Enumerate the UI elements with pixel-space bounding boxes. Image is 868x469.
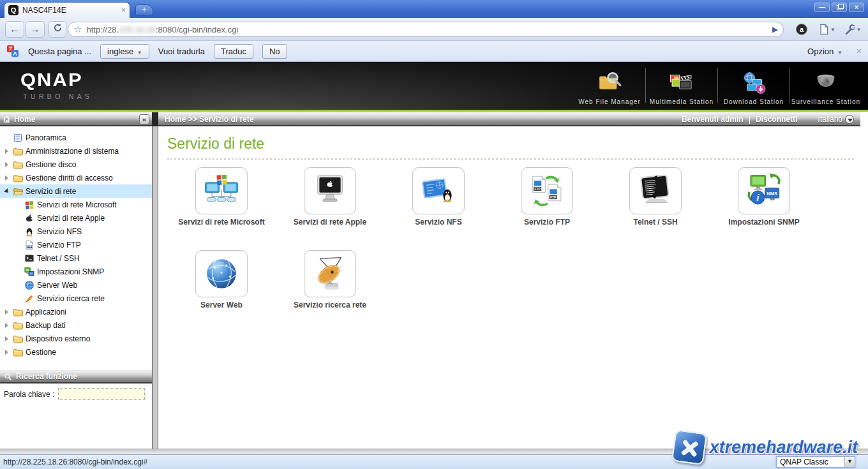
page-menu-button[interactable]: ▼	[817, 22, 837, 36]
expand-icon[interactable]	[4, 322, 10, 329]
expand-icon[interactable]	[4, 175, 10, 181]
reload-button[interactable]	[49, 21, 66, 38]
tree-item-gestione-diritti-di-accesso[interactable]: Gestione diritti di accesso	[0, 171, 152, 184]
xtremehardware-watermark[interactable]: xtremehardware.it	[673, 431, 858, 463]
browser-toolbar: ← → ☆ http://28.225.18.26:8080/cgi-bin/i…	[0, 18, 868, 41]
translate-icon: A	[6, 45, 19, 57]
tree-item-servizio-ftp[interactable]: Servizio FTP	[0, 238, 152, 251]
language-dropdown[interactable]: inglese ▼	[100, 44, 149, 59]
folder-icon	[13, 320, 23, 331]
tree-item-servizi-di-rete-apple[interactable]: Servizi di rete Apple	[0, 211, 152, 225]
tree-item-servizio-ricerca-rete[interactable]: Servizio ricerca rete	[0, 292, 152, 305]
ftp-icon: FTP FTP	[521, 167, 573, 214]
tree-item-panoramica[interactable]: Panoramica	[0, 131, 152, 144]
app-server-web[interactable]: Server Web	[167, 250, 276, 309]
folder-icon	[13, 334, 23, 344]
collapse-icon[interactable]	[4, 188, 10, 195]
expand-icon[interactable]	[4, 336, 10, 342]
chevron-down-icon: ▼	[837, 50, 842, 56]
tree-item-amministrazione-di-sistema[interactable]: Amministrazione di sistema	[0, 144, 152, 158]
tree-item-impostazioni-snmp[interactable]: Impostazioni SNMP	[0, 265, 152, 278]
globe-icon	[24, 280, 34, 290]
app-grid-row-1: Servizi di rete Microsoft Servizi di ret…	[167, 167, 818, 227]
search-keyword-row: Parola chiave :	[0, 388, 152, 400]
expand-icon[interactable]	[4, 349, 10, 355]
app-servizi-di-rete-microsoft[interactable]: Servizi di rete Microsoft	[167, 167, 276, 227]
tree-item-dispositivo-esterno[interactable]: Dispositivo esterno	[0, 332, 152, 345]
window-close-button[interactable]: ×	[849, 3, 864, 12]
keyword-label: Parola chiave :	[4, 390, 54, 399]
app-servizi-di-rete-apple[interactable]: Servizi di rete Apple	[276, 167, 384, 227]
surveillance-station-shortcut[interactable]: Surveillance Station	[790, 64, 862, 107]
translate-prompt: Vuoi tradurla	[158, 47, 205, 56]
logout-link[interactable]: Disconnetti	[756, 115, 797, 124]
sidebar-collapse-button[interactable]: «	[139, 114, 149, 124]
address-bar[interactable]: ☆ http://28.225.18.26:8080/cgi-bin/index…	[68, 22, 784, 37]
browser-tab[interactable]: Q NASC4F14E ×	[4, 2, 130, 18]
svg-text:FTP: FTP	[550, 196, 557, 199]
app-servizio-nfs[interactable]: Servizio NFS	[384, 167, 493, 227]
tree-item-server-web[interactable]: Server Web	[0, 278, 152, 292]
web-file-manager-shortcut[interactable]: Web File Manager	[574, 64, 645, 107]
bookmark-star-icon[interactable]: ☆	[73, 22, 82, 36]
overview-icon	[13, 133, 23, 143]
new-tab-button[interactable]: +	[135, 4, 153, 15]
tab-close-icon[interactable]: ×	[121, 6, 126, 15]
panel-splitter[interactable]	[152, 126, 158, 449]
expand-icon[interactable]	[4, 161, 10, 168]
multimedia-station-shortcut[interactable]: Multimedia Station	[646, 64, 717, 107]
translate-message: Questa pagina ...	[28, 47, 91, 56]
home-icon	[3, 115, 11, 123]
open-folder-icon	[13, 186, 23, 197]
sidebar-header-label: Home	[14, 115, 35, 124]
tree-item-telnet-ssh[interactable]: Telnet / SSH	[0, 251, 152, 265]
forward-button[interactable]: →	[26, 21, 45, 38]
no-translate-button[interactable]: No	[262, 44, 287, 59]
expand-icon[interactable]	[4, 309, 10, 315]
options-dropdown[interactable]: Opzion ▼	[807, 47, 842, 56]
quill-icon	[24, 294, 34, 304]
tree-item-applicazioni[interactable]: Applicazioni	[0, 305, 152, 318]
xtremehardware-logo-icon	[671, 429, 707, 465]
satellite-dish-icon	[304, 250, 356, 297]
folder-icon	[13, 307, 23, 317]
web-file-manager-icon	[595, 71, 624, 96]
go-button[interactable]: ▶	[772, 25, 778, 34]
breadcrumb: Home >> Servizio di rete	[165, 115, 253, 124]
infobar-close-icon[interactable]: ×	[857, 46, 862, 56]
translate-button[interactable]: Traduc	[214, 44, 253, 59]
station-shortcuts: Web File Manager Multimedia Station	[574, 64, 862, 107]
tree-item-gestione-disco[interactable]: Gestione disco	[0, 158, 152, 171]
folder-icon	[13, 146, 23, 156]
surveillance-station-icon	[812, 71, 840, 96]
expand-icon[interactable]	[4, 148, 10, 154]
snmp-icon	[24, 267, 34, 277]
keyword-input[interactable]	[58, 388, 145, 400]
browser-title-bar: Q NASC4F14E × + — ×	[0, 0, 868, 18]
minimize-button[interactable]: —	[814, 3, 830, 12]
back-button[interactable]: ←	[5, 21, 24, 38]
linux-tux-icon	[24, 227, 34, 237]
app-telnet-ssh[interactable]: Telnet / SSH	[601, 167, 710, 227]
tree-item-backup-dati[interactable]: Backup dati	[0, 318, 152, 332]
extension-button[interactable]: a	[794, 22, 809, 36]
window-controls: — ×	[814, 3, 864, 12]
qnap-banner: QNAP TURBO NAS Web File Manager	[0, 62, 868, 112]
app-servizio-ftp[interactable]: FTP FTP Servizio FTP	[493, 167, 601, 227]
qnap-logo: QNAP	[20, 69, 83, 91]
tree-item-servizio-nfs[interactable]: Servizio NFS	[0, 225, 152, 238]
qnap-nas-browser-window: Q NASC4F14E × + — × ← → ☆ http://28.225.…	[0, 0, 868, 469]
svg-text:FTP: FTP	[535, 188, 541, 191]
wrench-menu-button[interactable]: ▼	[842, 22, 863, 36]
app-servizio-ricerca-rete[interactable]: Servizio ricerca rete	[276, 250, 384, 309]
language-selector[interactable]: Italiano	[818, 115, 854, 124]
app-impostazioni-snmp[interactable]: NMS i Impostazioni SNMP	[710, 167, 818, 227]
restore-button[interactable]	[832, 3, 847, 12]
tree-item-gestione[interactable]: Gestione	[0, 345, 152, 359]
apple-network-icon	[304, 167, 356, 214]
tree-item-servizi-di-rete-microsoft[interactable]: Servizi di rete Microsoft	[0, 198, 152, 211]
tree-item-servizio-di-rete[interactable]: Servizio di rete	[0, 184, 152, 198]
translate-infobar: A Questa pagina ... inglese ▼ Vuoi tradu…	[0, 41, 868, 62]
divider	[167, 158, 854, 160]
download-station-shortcut[interactable]: Download Station	[718, 64, 789, 107]
